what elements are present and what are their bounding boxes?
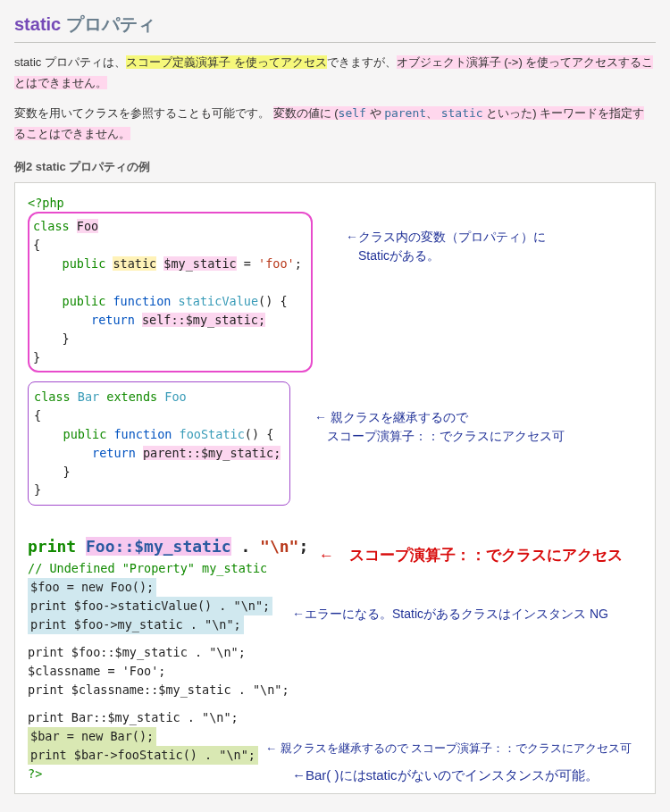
stmt-print-bar-scope: print Bar::$my_static . "\n"; bbox=[28, 710, 239, 724]
mid-block: print $foo::$my_static . "\n"; $classnam… bbox=[28, 643, 642, 699]
class-name-foo: Foo bbox=[164, 389, 186, 404]
stmt-print-classname-scope: print $classname::$my_static . "\n"; bbox=[28, 682, 289, 697]
var-my-static: $my_static bbox=[163, 256, 236, 271]
annotation-6: ←Bar( )にはstaticがないのでインスタンスが可能。 bbox=[292, 766, 599, 786]
brace: } bbox=[33, 350, 40, 364]
text-fragment: できますが、 bbox=[327, 55, 397, 69]
class-name-foo: Foo bbox=[77, 219, 98, 233]
annotation-1: ←クラス内の変数（プロパティ）に Staticがある。 bbox=[346, 228, 546, 265]
title-rest: プロパティ bbox=[61, 14, 155, 34]
annotation-line: ← 親クラスを継承するので bbox=[314, 410, 468, 424]
brace: { bbox=[34, 408, 41, 423]
stmt-new-bar: $bar = new Bar(); bbox=[28, 727, 156, 746]
php-close: ?> bbox=[28, 766, 42, 781]
annotation-line: スコープ演算子：：でクラスにアクセス可 bbox=[314, 429, 565, 443]
annotation-line: ←クラス内の変数（プロパティ）に bbox=[346, 230, 546, 244]
example-title: 例2 static プロパティの例 bbox=[14, 159, 656, 175]
annotation-3: ← スコープ演算子：：でクラスにアクセス bbox=[319, 544, 623, 567]
stmt-print-static-value: print $foo->staticValue() . "\n"; bbox=[28, 597, 272, 615]
kw-public: public bbox=[63, 294, 106, 308]
intro-para-2: 変数を用いてクラスを参照することも可能です。 変数の値に (self や par… bbox=[14, 103, 656, 145]
kw-static: static bbox=[113, 256, 156, 271]
code-self: self bbox=[339, 106, 366, 120]
brace: } bbox=[34, 482, 41, 497]
kw-function: function bbox=[113, 427, 172, 441]
fn-foo-static: fooStatic bbox=[180, 427, 245, 441]
annotation-5: ← 親クラスを継承するので スコープ演算子：：でクラスにアクセス可 bbox=[265, 740, 632, 758]
kw-extends: extends bbox=[106, 389, 157, 404]
page-title: static プロパティ bbox=[14, 13, 656, 43]
semi: ; bbox=[295, 256, 302, 271]
class-bar-code: class Bar extends Foo { public function … bbox=[34, 388, 281, 500]
code-block: ←クラス内の変数（プロパティ）に Staticがある。 ← 親クラスを継承するの… bbox=[14, 182, 656, 795]
text-fragment: static プロパティは、 bbox=[14, 55, 126, 69]
class-foo-code: class Foo { public static $my_static = '… bbox=[33, 217, 302, 366]
text-fragment: 変数の値に ( bbox=[273, 106, 339, 120]
php-open: <?php bbox=[28, 196, 64, 210]
class-bar-box: class Bar extends Foo { public function … bbox=[28, 381, 290, 506]
stmt-print-bar-foostatic: print $bar->fooStatic() . "\n"; bbox=[28, 746, 258, 765]
brace: } bbox=[63, 331, 70, 346]
text-fragment: や bbox=[366, 106, 384, 120]
op-concat: . bbox=[231, 537, 261, 556]
stmt-classname: $classname = 'Foo'; bbox=[28, 664, 165, 678]
kw-return: return bbox=[91, 313, 135, 327]
str-foo: 'foo' bbox=[258, 256, 295, 271]
kw-class: class bbox=[34, 389, 71, 404]
class-name-bar: Bar bbox=[78, 389, 99, 404]
kw-public: public bbox=[63, 256, 106, 271]
paren: () { bbox=[245, 427, 274, 441]
annotation-2: ← 親クラスを継承するので スコープ演算子：：でクラスにアクセス可 bbox=[314, 408, 565, 446]
comment-undefined: // Undefined "Property" my_static bbox=[28, 561, 267, 575]
kw-function: function bbox=[113, 294, 171, 308]
stmt-new-foo: $foo = new Foo(); bbox=[28, 578, 156, 597]
fn-static-value: staticValue bbox=[179, 294, 258, 308]
expr-foo-my-static: Foo::$my_static bbox=[86, 537, 231, 556]
class-foo-box: class Foo { public static $my_static = '… bbox=[28, 212, 313, 372]
brace: } bbox=[63, 465, 71, 479]
expr-parent-my-static: parent::$my_static; bbox=[143, 446, 281, 460]
code-parent: parent bbox=[384, 106, 426, 120]
str-newline: "\n" bbox=[260, 537, 298, 556]
annotation-line: Staticがある。 bbox=[346, 248, 440, 263]
text-fragment: 変数を用いてクラスを参照することも可能です。 bbox=[14, 106, 270, 120]
stmt-print-foo-scope: print $foo::$my_static . "\n"; bbox=[28, 645, 246, 659]
kw-class: class bbox=[33, 219, 70, 233]
code-static: static bbox=[441, 106, 483, 120]
kw-public: public bbox=[63, 427, 107, 441]
highlight-scope-op: スコープ定義演算子 を使ってアクセス bbox=[126, 55, 327, 69]
semi: ; bbox=[298, 537, 308, 556]
op-assign: = bbox=[237, 256, 258, 271]
code-open-tag: <?php bbox=[28, 194, 642, 213]
title-keyword: static bbox=[14, 14, 61, 34]
stmt-print-my-static: print $foo->my_static . "\n"; bbox=[28, 615, 244, 634]
kw-return: return bbox=[92, 446, 136, 460]
annotation-4: ←エラーになる。Staticがあるクラスはインスタンス NG bbox=[292, 605, 608, 624]
kw-print: print bbox=[28, 537, 76, 556]
paren: () { bbox=[258, 294, 288, 308]
brace: { bbox=[33, 238, 40, 252]
expr-self-my-static: self::$my_static; bbox=[142, 313, 265, 327]
text-fragment: 、 bbox=[426, 106, 441, 120]
intro-para-1: static プロパティは、スコープ定義演算子 を使ってアクセスできますが、オブ… bbox=[14, 52, 656, 94]
